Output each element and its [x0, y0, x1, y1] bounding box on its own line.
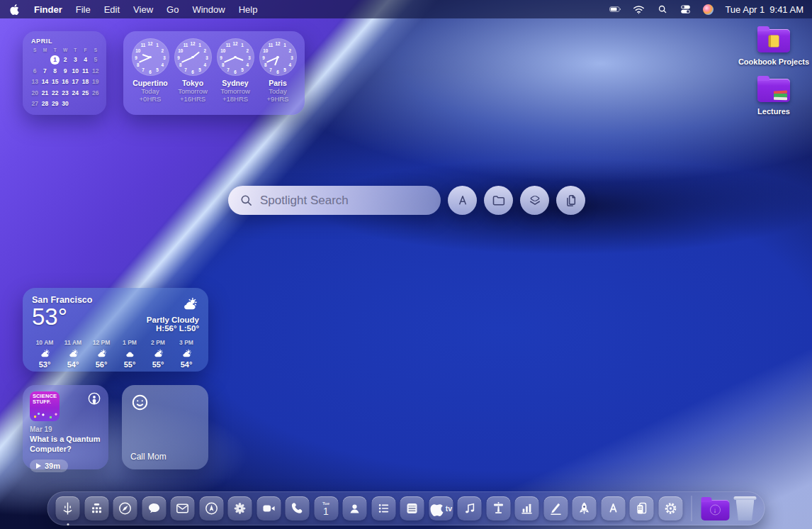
desktop-folder-lectures[interactable]: Lectures [737, 75, 811, 116]
world-clock-cupertino[interactable]: 123456789101112 Cupertino Today +0HRS [130, 38, 171, 108]
dock-item-iphone-mirroring[interactable] [630, 496, 654, 520]
control-center-icon[interactable] [680, 4, 692, 16]
dock-item-finder[interactable] [56, 496, 80, 520]
wifi-icon[interactable] [633, 4, 645, 16]
apple-logo-icon[interactable] [9, 4, 21, 16]
calendar-day[interactable]: 4 [80, 55, 90, 65]
calendar-day[interactable]: 21 [40, 88, 50, 99]
weather-widget[interactable]: San Francisco 53° Partly Cloudy H:56° L:… [23, 288, 208, 372]
dock-item-tv[interactable]: tv [429, 496, 453, 520]
clock-face-icon: 123456789101112 [259, 38, 297, 76]
dock-item-contacts[interactable] [343, 496, 367, 520]
calendar-day[interactable]: 19 [91, 77, 101, 87]
dock-item-settings[interactable] [658, 496, 682, 520]
calendar-day[interactable]: 17 [70, 77, 80, 87]
calendar-day[interactable]: 1 [50, 55, 60, 65]
quick-button-clipboard[interactable] [556, 186, 585, 215]
dock-item-facetime[interactable] [256, 496, 281, 520]
world-clock-sydney[interactable]: 123456789101112 Sydney Tomorrow +18HRS [215, 38, 256, 108]
dock-item-calendar[interactable]: Tue1 [314, 496, 338, 520]
quick-button-folder[interactable] [484, 186, 513, 215]
calendar-day[interactable]: 7 [40, 66, 50, 77]
calendar-day[interactable]: 3 [70, 55, 80, 65]
phone-icon [290, 501, 305, 516]
quick-button-app-store[interactable] [448, 186, 477, 215]
dock-item-maps[interactable] [199, 496, 223, 520]
calendar-widget[interactable]: APRIL SMTWTFS123456789101112131415161718… [23, 31, 106, 115]
quick-button-stack[interactable] [520, 186, 549, 215]
calendar-day[interactable]: 23 [60, 88, 70, 99]
siri-icon[interactable] [703, 4, 714, 15]
calendar-day[interactable]: 6 [30, 66, 40, 77]
menubar-time[interactable]: 9:41 AM [769, 4, 803, 15]
menubar-date[interactable]: Tue Apr 1 [725, 4, 765, 15]
menu-item-go[interactable]: Go [167, 4, 179, 15]
active-app-menu[interactable]: Finder [34, 4, 62, 15]
podcast-artwork: SCIENCESTUFF. [30, 391, 60, 421]
desktop-folder-cookbook-projects[interactable]: Cookbook Projects [737, 26, 811, 66]
dock-item-photos[interactable] [228, 496, 252, 520]
calendar-day[interactable] [70, 99, 80, 109]
science-doodles [30, 411, 60, 421]
menu-item-edit[interactable]: Edit [104, 4, 120, 15]
calendar-day[interactable]: 14 [40, 77, 50, 87]
calendar-day[interactable]: 20 [30, 88, 40, 99]
calendar-day[interactable]: 5 [91, 55, 101, 65]
dock-item-app-store[interactable] [601, 496, 625, 520]
smiley-icon [130, 393, 150, 412]
dock-item-keynote[interactable] [486, 496, 510, 520]
world-clock-widget[interactable]: 123456789101112 Cupertino Today +0HRS 12… [123, 31, 305, 115]
dock-item-mail[interactable] [171, 496, 195, 520]
download-arrow-icon: ↓ [710, 505, 721, 516]
dock-item-phone[interactable] [286, 496, 310, 520]
calendar-day[interactable]: 25 [80, 88, 90, 99]
podcast-widget[interactable]: SCIENCESTUFF. Mar 19 What is a Quantum C… [23, 385, 108, 469]
calendar-day[interactable] [91, 99, 101, 109]
calendar-day[interactable]: 12 [91, 66, 101, 77]
dock-item-safari[interactable] [113, 496, 137, 520]
calendar-day[interactable]: 13 [30, 77, 40, 87]
podcast-artwork-text: SCIENCESTUFF. [33, 393, 57, 405]
world-clock-paris[interactable]: 123456789101112 Paris Today +9HRS [257, 38, 298, 108]
clock-day: Tomorrow [178, 87, 208, 95]
dock-item-rocket[interactable] [573, 496, 597, 520]
calendar-day[interactable]: 8 [50, 66, 60, 77]
dock-item-downloads-folder[interactable]: ↓ [701, 500, 729, 520]
dock-item-trash[interactable] [734, 496, 757, 521]
calendar-day[interactable]: 16 [60, 77, 70, 87]
dock-item-music[interactable] [458, 496, 482, 520]
podcast-play-button[interactable]: 39m [30, 460, 68, 472]
calendar-day[interactable]: 18 [80, 77, 90, 87]
calendar-day[interactable]: 15 [50, 77, 60, 87]
spotlight-search-input[interactable]: Spotlight Search [228, 186, 441, 215]
calendar-day[interactable]: 26 [91, 88, 101, 99]
dock-item-numbers[interactable] [515, 496, 539, 520]
menu-item-window[interactable]: Window [192, 4, 225, 15]
spotlight-menu-icon[interactable] [656, 4, 668, 16]
calendar-day[interactable] [40, 55, 50, 65]
calendar-day[interactable]: 24 [70, 88, 80, 99]
calendar-day[interactable]: 27 [30, 99, 40, 109]
menu-item-file[interactable]: File [76, 4, 91, 15]
calendar-day[interactable]: 30 [60, 99, 70, 109]
calendar-day[interactable]: 11 [80, 66, 90, 77]
dock-item-pages[interactable] [543, 496, 568, 520]
dock-item-reminders[interactable] [371, 496, 395, 520]
menu-item-view[interactable]: View [133, 4, 153, 15]
menu-item-help[interactable]: Help [239, 4, 258, 15]
calendar-day[interactable] [30, 55, 40, 65]
dock-item-notes[interactable] [400, 496, 424, 520]
weather-temperature: 53° [32, 305, 92, 330]
shortcut-widget-call-mom[interactable]: Call Mom [122, 385, 208, 469]
calendar-day[interactable]: 22 [50, 88, 60, 99]
calendar-day[interactable] [80, 99, 90, 109]
dock-item-launchpad[interactable] [84, 496, 108, 520]
dock-item-messages[interactable] [142, 496, 166, 520]
calendar-day[interactable]: 10 [70, 66, 80, 77]
world-clock-tokyo[interactable]: 123456789101112 Tokyo Tomorrow +16HRS [172, 38, 213, 108]
battery-icon[interactable] [609, 4, 621, 16]
calendar-day[interactable]: 9 [60, 66, 70, 77]
calendar-day[interactable]: 2 [60, 55, 70, 65]
calendar-day[interactable]: 28 [40, 99, 50, 109]
calendar-day[interactable]: 29 [50, 99, 60, 109]
